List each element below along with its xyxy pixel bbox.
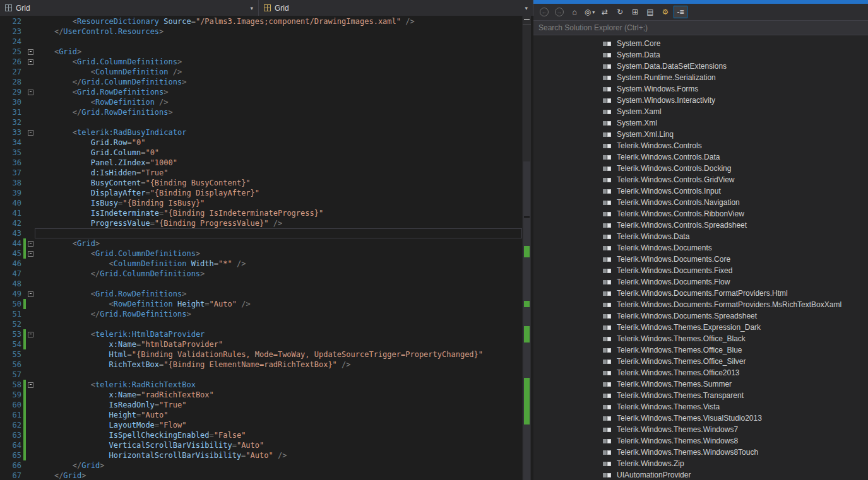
code-line[interactable]: 60 IsReadOnly="True" (0, 400, 522, 410)
code-line[interactable]: 59 x:Name="radRichTextBox" (0, 390, 522, 400)
code-line[interactable]: 22 <ResourceDictionary Source="/Palms3.I… (0, 16, 522, 26)
code-line[interactable]: 61 Height="Auto" (0, 410, 522, 420)
reference-item[interactable]: Telerik.Windows.Themes.Windows8 (533, 435, 868, 447)
code-line[interactable]: 54 x:Name="htmlDataProvider" (0, 339, 522, 349)
code-line[interactable]: 62 LayoutMode="Flow" (0, 420, 522, 430)
reference-item[interactable]: Telerik.Windows.Zip (533, 458, 868, 469)
code-line[interactable]: 32 (0, 117, 522, 127)
reference-item[interactable]: Telerik.Windows.Documents.Core (533, 254, 868, 265)
fold-collapse-icon[interactable] (26, 289, 35, 299)
reference-item[interactable]: Telerik.Windows.Themes.Summer (533, 378, 868, 390)
code-line[interactable]: 37 d:IsHidden="True" (0, 168, 522, 178)
code-line[interactable]: 24 (0, 37, 522, 47)
code-line[interactable]: 38 BusyContent="{Binding BusyContent}" (0, 178, 522, 188)
fold-collapse-icon[interactable] (26, 47, 35, 57)
code-line[interactable]: 34 Grid.Row="0" (0, 138, 522, 148)
code-line[interactable]: 49 <Grid.RowDefinitions> (0, 289, 522, 299)
code-line[interactable]: 66 </Grid> (0, 460, 522, 471)
navbar-member-dropdown[interactable]: Grid ▾ (259, 0, 533, 16)
code-line[interactable]: 47 </Grid.ColumnDefinitions> (0, 269, 522, 279)
fold-collapse-icon[interactable] (26, 329, 35, 339)
preview-selected-items-button[interactable]: -≡ (674, 6, 687, 18)
reference-item[interactable]: System.Windows.Forms (533, 83, 868, 95)
reference-item[interactable]: System.Data.DataSetExtensions (533, 61, 868, 72)
reference-item[interactable]: Telerik.Windows.Documents.FormatProvider… (533, 288, 868, 299)
fold-collapse-icon[interactable] (26, 57, 35, 67)
reference-item[interactable]: System.Xml.Linq (533, 129, 868, 140)
fold-collapse-icon[interactable] (26, 127, 35, 138)
code-line[interactable]: 57 (0, 370, 522, 380)
code-line[interactable]: 48 (0, 279, 522, 289)
reference-item[interactable]: Telerik.Windows.Controls.Data (533, 151, 868, 163)
code-line[interactable]: 40 IsBusy="{Binding IsBusy}" (0, 198, 522, 208)
code-line[interactable]: 35 Grid.Column="0" (0, 148, 522, 158)
code-line[interactable]: 43 (0, 228, 522, 238)
split-editor-grip[interactable] (523, 16, 531, 25)
back-button[interactable]: ← (537, 6, 551, 18)
code-line[interactable]: 51 </Grid.RowDefinitions> (0, 309, 522, 319)
code-line[interactable]: 45 <Grid.ColumnDefinitions> (0, 249, 522, 259)
sync-with-active-document-button[interactable]: ⇄ (598, 6, 612, 18)
nest-files-button[interactable]: ⊞ (628, 6, 642, 18)
code-line[interactable]: 42 ProgressValue="{Binding ProgressValue… (0, 218, 522, 228)
reference-item[interactable]: Telerik.Windows.Themes.VisualStudio2013 (533, 413, 868, 424)
reference-item[interactable]: System.Core (533, 38, 868, 49)
code-line[interactable]: 65 HorizontalScrollBarVisibility="Auto" … (0, 450, 522, 460)
code-line[interactable]: 50 <RowDefinition Height="Auto" /> (0, 299, 522, 309)
search-input[interactable] (533, 21, 868, 35)
code-line[interactable]: 31 </Grid.RowDefinitions> (0, 107, 522, 117)
forward-button[interactable]: → (552, 6, 566, 18)
code-line[interactable]: 33 <telerik:RadBusyIndicator (0, 127, 522, 138)
code-line[interactable]: 39 DisplayAfter="{Binding DisplayAfter}" (0, 188, 522, 198)
reference-item[interactable]: Telerik.Windows.Controls.Navigation (533, 197, 868, 208)
reference-item[interactable]: Telerik.Windows.Themes.Vista (533, 401, 868, 413)
code-line[interactable]: 67 </Grid> (0, 471, 522, 480)
reference-item[interactable]: System.Runtime.Serialization (533, 72, 868, 83)
reference-item[interactable]: Telerik.Windows.Themes.Office2013 (533, 367, 868, 378)
reference-item[interactable]: Telerik.Windows.Themes.Transparent (533, 390, 868, 401)
reference-item[interactable]: Telerik.Windows.Themes.Windows8Touch (533, 447, 868, 458)
code-line[interactable]: 63 IsSpellCheckingEnabled="False" (0, 430, 522, 440)
reference-item[interactable]: Telerik.Windows.Controls.Input (533, 185, 868, 197)
code-line[interactable]: 44 <Grid> (0, 238, 522, 249)
code-line[interactable]: 46 <ColumnDefinition Width="*" /> (0, 259, 522, 269)
reference-item[interactable]: Telerik.Windows.Documents (533, 242, 868, 254)
scrollbar-thumb[interactable] (523, 161, 530, 480)
reference-item[interactable]: System.Data (533, 49, 868, 61)
code-line[interactable]: 30 <RowDefinition /> (0, 97, 522, 107)
reference-item[interactable]: Telerik.Windows.Themes.Windows7 (533, 424, 868, 435)
code-line[interactable]: 25 <Grid> (0, 47, 522, 57)
home-button[interactable]: ⌂ (568, 6, 581, 18)
reference-item[interactable]: System.Xml (533, 117, 868, 129)
reference-item[interactable]: Telerik.Windows.Documents.Fixed (533, 265, 868, 276)
code-line[interactable]: 27 <ColumnDefinition /> (0, 67, 522, 77)
reference-item[interactable]: Telerik.Windows.Themes.Office_Silver (533, 356, 868, 367)
code-line[interactable]: 26 <Grid.ColumnDefinitions> (0, 57, 522, 67)
reference-item[interactable]: Telerik.Windows.Controls.GridView (533, 174, 868, 185)
code-line[interactable]: 64 VerticalScrollBarVisibility="Auto" (0, 440, 522, 450)
properties-wrench-button[interactable]: ⚙ (658, 6, 672, 18)
code-line[interactable]: 41 IsIndeterminate="{Binding IsIndetermi… (0, 208, 522, 218)
code-line[interactable]: 36 Panel.ZIndex="1000" (0, 158, 522, 168)
fold-collapse-icon[interactable] (26, 380, 35, 390)
code-line[interactable]: 56 RichTextBox="{Binding ElementName=rad… (0, 360, 522, 370)
fold-collapse-icon[interactable] (26, 238, 35, 249)
refresh-button[interactable]: ↻ (613, 6, 627, 18)
reference-item[interactable]: Telerik.Windows.Themes.Office_Blue (533, 344, 868, 356)
code-line[interactable]: 52 (0, 319, 522, 329)
reference-item[interactable]: Telerik.Windows.Themes.Office_Black (533, 333, 868, 344)
reference-item[interactable]: Telerik.Windows.Controls.Spreadsheet (533, 220, 868, 231)
code-line[interactable]: 53 <telerik:HtmlDataProvider (0, 329, 522, 339)
show-all-files-button[interactable]: ▤ (643, 6, 657, 18)
reference-item[interactable]: Telerik.Windows.Controls (533, 140, 868, 151)
fold-collapse-icon[interactable] (26, 249, 35, 259)
editor-scrollbar[interactable] (522, 16, 531, 480)
code-line[interactable]: 55 Html="{Binding ValidationRules, Mode=… (0, 349, 522, 360)
navbar-type-dropdown[interactable]: Grid ▾ (0, 0, 259, 16)
reference-item[interactable]: Telerik.Windows.Data (533, 231, 868, 242)
reference-item[interactable]: Telerik.Windows.Controls.RibbonView (533, 208, 868, 220)
reference-item[interactable]: Telerik.Windows.Documents.Spreadsheet (533, 310, 868, 322)
reference-item[interactable]: UIAutomationProvider (533, 469, 868, 480)
scope-button[interactable]: ◎▾ (583, 6, 597, 18)
reference-item[interactable]: System.Windows.Interactivity (533, 95, 868, 106)
